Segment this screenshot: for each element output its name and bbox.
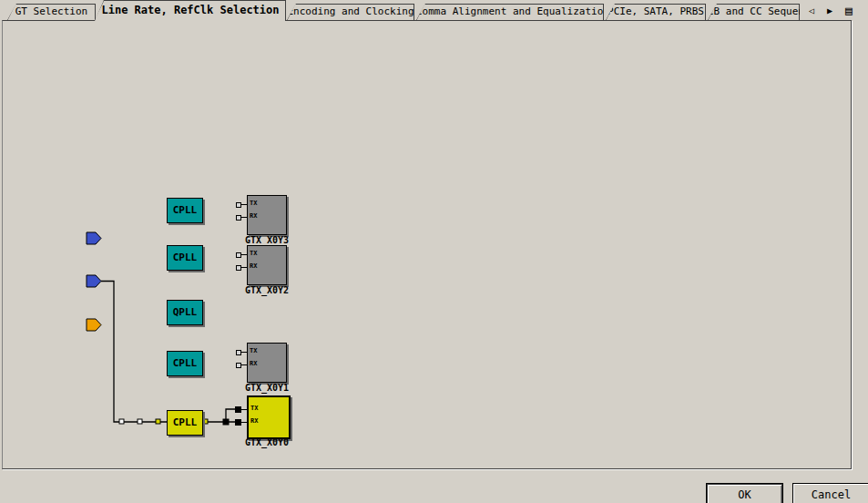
tab-label: Line Rate, RefClk Selection: [101, 4, 279, 16]
gtx-x0y3-block[interactable]: TX RX: [247, 195, 287, 235]
tab-label: Comma Alignment and Equalization: [416, 5, 604, 17]
tab-pcie-sata-prbs[interactable]: PCIe, SATA, PRBS: [606, 4, 706, 20]
cpll-block-y3: CPLL: [167, 198, 203, 223]
gtx-x0y0-block-selected[interactable]: TX RX: [247, 395, 291, 439]
cancel-button[interactable]: Cancel: [792, 483, 868, 503]
tx-port-label: TX: [250, 200, 257, 207]
cpll-block-y0-active: CPLL: [167, 410, 203, 436]
tab-scroll-right-icon[interactable]: ▶: [822, 4, 837, 17]
rx-port-label: RX: [250, 212, 257, 220]
wire-junction: [223, 419, 230, 426]
tx-port-label: TX: [250, 250, 257, 257]
refclk0-q0-arrow-icon: [87, 275, 101, 287]
rx-port: [235, 419, 241, 426]
gtx-x0y1-label: GTX_X0Y1: [237, 383, 297, 393]
tx-port: [236, 202, 241, 208]
tab-label: Encoding and Clocking: [287, 5, 414, 17]
wire-node-active: [156, 419, 160, 424]
tab-list-icon[interactable]: ▤: [842, 4, 856, 17]
tab-label: GT Selection: [15, 5, 87, 17]
rx-port: [236, 363, 241, 368]
tab-encoding-clocking[interactable]: Encoding and Clocking: [287, 4, 414, 20]
tab-comma-alignment[interactable]: Comma Alignment and Equalization: [416, 4, 604, 20]
rx-port-label: RX: [250, 262, 257, 270]
rx-port: [236, 265, 241, 271]
tab-label: PCIe, SATA, PRBS: [608, 5, 704, 17]
rx-port-label: RX: [250, 360, 257, 367]
tab-line-rate-refclk[interactable]: Line Rate, RefClk Selection: [95, 0, 286, 21]
tx-port: [236, 350, 241, 355]
rx-port-label: RX: [250, 417, 258, 425]
cpll-block-y1: CPLL: [167, 351, 203, 376]
tab-label: CB and CC Sequenc: [708, 5, 800, 17]
cpll-block-y2: CPLL: [167, 245, 203, 271]
refclk0-wire: [101, 282, 167, 423]
gtx-x0y2-label: GTX_X0Y2: [237, 285, 297, 295]
wire-node: [119, 419, 124, 424]
wire-node-active: [203, 419, 208, 424]
transceiver-diagram: REFCLK1_Q0 REFCLK0_Q0 GREFCLK CPLL CPLL …: [18, 192, 480, 455]
tab-cb-cc-sequence[interactable]: CB and CC Sequenc: [708, 4, 800, 20]
refclk1-q0-arrow-icon: [87, 232, 101, 244]
gtx-x0y2-block[interactable]: TX RX: [247, 245, 287, 285]
tab-scroll-left-icon[interactable]: ◁: [804, 4, 819, 17]
qpll-block: QPLL: [167, 300, 203, 325]
wizard-window: GT Selection Line Rate, RefClk Selection…: [0, 0, 868, 503]
tx-port: [235, 406, 241, 413]
gtx-x0y3-label: GTX_X0Y3: [237, 235, 297, 245]
gtx-x0y0-label: GTX_X0Y0: [237, 437, 297, 447]
ok-button[interactable]: OK: [706, 483, 783, 503]
tab-gt-selection[interactable]: GT Selection: [7, 4, 96, 20]
rx-port: [236, 215, 241, 221]
wire-node: [138, 419, 142, 424]
tx-port-label: TX: [250, 405, 258, 412]
tx-port-label: TX: [250, 347, 257, 354]
gtx-x0y1-block[interactable]: TX RX: [247, 343, 287, 383]
grefclk-arrow-icon: [87, 319, 101, 331]
tx-port: [236, 252, 241, 258]
